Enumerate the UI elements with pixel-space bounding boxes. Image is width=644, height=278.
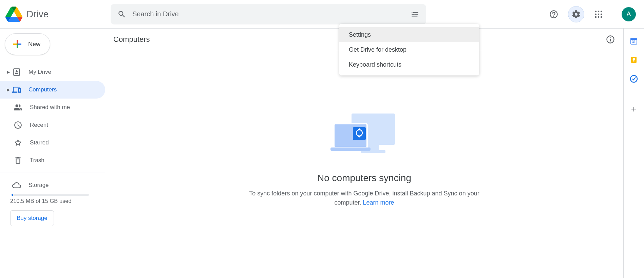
menu-item-get-drive-desktop[interactable]: Get Drive for desktop — [339, 42, 479, 57]
apps-button[interactable] — [590, 6, 607, 22]
svg-text:31: 31 — [632, 40, 636, 44]
chevron-right-icon: ▶ — [5, 70, 11, 74]
star-icon — [14, 138, 22, 147]
sidebar-item-shared-with-me[interactable]: Shared with me — [0, 99, 105, 116]
sidebar-item-label: Computers — [29, 86, 57, 93]
empty-title: No computers syncing — [317, 173, 411, 184]
rail-separator — [630, 94, 638, 94]
page-title: Computers — [113, 35, 150, 44]
shared-icon — [14, 103, 22, 112]
storage-label: Storage — [29, 182, 49, 189]
drive-logo-icon — [5, 6, 22, 23]
empty-state: No computers syncing To sync folders on … — [105, 50, 623, 278]
svg-point-19 — [633, 58, 635, 60]
svg-point-1 — [598, 11, 600, 12]
search-input[interactable] — [132, 10, 407, 18]
settings-menu: Settings Get Drive for desktop Keyboard … — [339, 24, 479, 75]
storage-used-text: 210.5 MB of 15 GB used — [10, 198, 105, 204]
svg-point-4 — [598, 13, 600, 15]
svg-rect-16 — [631, 38, 637, 40]
header-right: A — [546, 6, 639, 22]
keep-icon[interactable] — [630, 56, 638, 64]
learn-more-link[interactable]: Learn more — [363, 199, 394, 206]
gear-icon — [571, 10, 581, 19]
menu-item-settings[interactable]: Settings — [339, 27, 479, 42]
new-button[interactable]: New — [5, 33, 50, 55]
sidebar-item-label: Recent — [30, 122, 48, 128]
svg-point-5 — [601, 13, 602, 15]
tasks-icon[interactable] — [630, 75, 638, 83]
product-name: Drive — [26, 9, 49, 20]
sidebar-item-recent[interactable]: Recent — [0, 116, 105, 134]
sidebar: New ▶ My Drive ▶ Computers Shared with m… — [0, 29, 105, 278]
new-button-label: New — [28, 41, 40, 48]
info-icon[interactable] — [606, 35, 615, 44]
trash-icon — [14, 156, 22, 165]
right-rail: 31 — [624, 29, 644, 278]
svg-point-2 — [601, 11, 602, 12]
search-icon — [117, 10, 126, 19]
help-icon — [549, 10, 558, 19]
search-bar[interactable] — [111, 4, 426, 24]
storage-bar — [12, 194, 89, 196]
settings-button[interactable] — [568, 6, 584, 22]
menu-item-keyboard-shortcuts[interactable]: Keyboard shortcuts — [339, 57, 479, 72]
empty-description: To sync folders on your computer with Go… — [242, 189, 487, 207]
sidebar-item-label: My Drive — [29, 69, 51, 75]
plus-icon — [11, 38, 23, 50]
header-bar: Drive A — [0, 0, 644, 29]
sidebar-item-label: Starred — [30, 139, 49, 146]
sidebar-item-starred[interactable]: Starred — [0, 134, 105, 152]
svg-rect-13 — [330, 147, 371, 151]
support-button[interactable] — [546, 6, 562, 22]
buy-storage-button[interactable]: Buy storage — [10, 210, 54, 226]
account-avatar[interactable]: A — [622, 7, 636, 21]
sidebar-item-storage[interactable]: Storage — [0, 176, 105, 194]
chevron-right-icon: ▶ — [5, 87, 11, 92]
sidebar-item-label: Trash — [30, 157, 44, 164]
cloud-icon — [12, 181, 21, 190]
computers-illustration — [330, 111, 398, 156]
my-drive-icon — [12, 68, 21, 76]
sidebar-item-trash[interactable]: Trash — [0, 152, 105, 169]
svg-point-7 — [598, 16, 600, 18]
search-options-icon[interactable] — [411, 10, 419, 19]
apps-icon — [594, 10, 603, 19]
computers-icon — [12, 85, 21, 94]
logo-area[interactable]: Drive — [5, 6, 111, 23]
svg-point-6 — [595, 16, 597, 18]
calendar-icon[interactable]: 31 — [630, 37, 638, 45]
svg-point-8 — [601, 16, 602, 18]
sidebar-separator — [0, 173, 105, 173]
sidebar-item-label: Shared with me — [30, 104, 70, 111]
svg-point-3 — [595, 13, 597, 15]
recent-icon — [14, 121, 22, 129]
add-addon-icon[interactable] — [630, 105, 638, 113]
svg-point-0 — [595, 11, 597, 12]
nav: ▶ My Drive ▶ Computers Shared with me Re… — [0, 63, 105, 169]
sidebar-item-computers[interactable]: ▶ Computers — [0, 81, 105, 99]
svg-rect-20 — [633, 60, 634, 62]
sidebar-item-my-drive[interactable]: ▶ My Drive — [0, 63, 105, 81]
